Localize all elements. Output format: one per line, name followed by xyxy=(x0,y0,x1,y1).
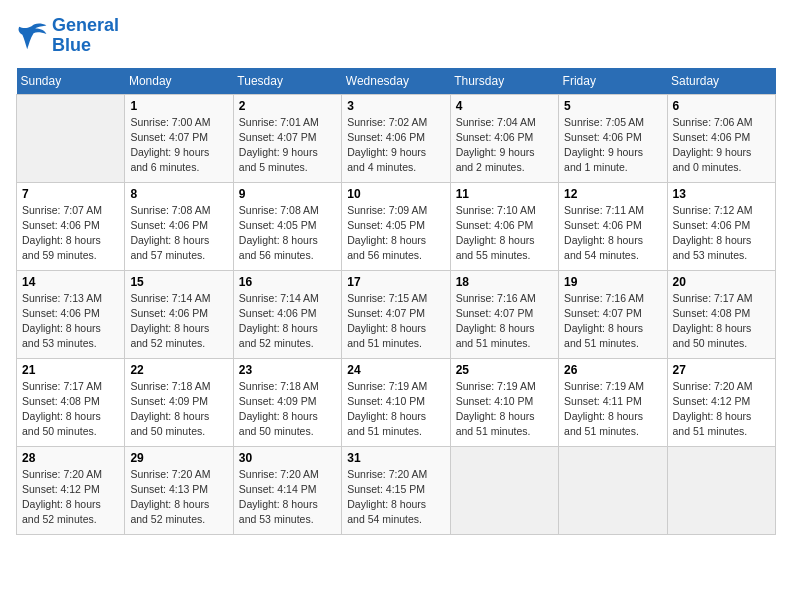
calendar-cell: 26 Sunrise: 7:19 AM Sunset: 4:11 PM Dayl… xyxy=(559,358,667,446)
sunset-label: Sunset: 4:06 PM xyxy=(22,307,100,319)
week-row-5: 28 Sunrise: 7:20 AM Sunset: 4:12 PM Dayl… xyxy=(17,446,776,534)
day-header-sunday: Sunday xyxy=(17,68,125,95)
week-row-3: 14 Sunrise: 7:13 AM Sunset: 4:06 PM Dayl… xyxy=(17,270,776,358)
sunset-label: Sunset: 4:13 PM xyxy=(130,483,208,495)
daylight-label: Daylight: 8 hours and 50 minutes. xyxy=(130,410,209,437)
sunset-label: Sunset: 4:14 PM xyxy=(239,483,317,495)
sunset-label: Sunset: 4:06 PM xyxy=(130,307,208,319)
sunrise-label: Sunrise: 7:06 AM xyxy=(673,116,753,128)
day-info: Sunrise: 7:19 AM Sunset: 4:10 PM Dayligh… xyxy=(456,379,553,440)
sunrise-label: Sunrise: 7:20 AM xyxy=(347,468,427,480)
daylight-label: Daylight: 8 hours and 50 minutes. xyxy=(22,410,101,437)
day-header-saturday: Saturday xyxy=(667,68,775,95)
logo-icon xyxy=(16,22,48,50)
daylight-label: Daylight: 8 hours and 56 minutes. xyxy=(347,234,426,261)
day-info: Sunrise: 7:08 AM Sunset: 4:05 PM Dayligh… xyxy=(239,203,336,264)
day-info: Sunrise: 7:14 AM Sunset: 4:06 PM Dayligh… xyxy=(130,291,227,352)
day-info: Sunrise: 7:18 AM Sunset: 4:09 PM Dayligh… xyxy=(239,379,336,440)
calendar-header-row: SundayMondayTuesdayWednesdayThursdayFrid… xyxy=(17,68,776,95)
sunrise-label: Sunrise: 7:14 AM xyxy=(130,292,210,304)
day-number: 23 xyxy=(239,363,336,377)
calendar-cell: 4 Sunrise: 7:04 AM Sunset: 4:06 PM Dayli… xyxy=(450,94,558,182)
day-number: 30 xyxy=(239,451,336,465)
sunset-label: Sunset: 4:05 PM xyxy=(347,219,425,231)
day-number: 16 xyxy=(239,275,336,289)
calendar-cell: 27 Sunrise: 7:20 AM Sunset: 4:12 PM Dayl… xyxy=(667,358,775,446)
daylight-label: Daylight: 8 hours and 50 minutes. xyxy=(673,322,752,349)
day-number: 21 xyxy=(22,363,119,377)
day-info: Sunrise: 7:09 AM Sunset: 4:05 PM Dayligh… xyxy=(347,203,444,264)
day-number: 29 xyxy=(130,451,227,465)
calendar-cell: 12 Sunrise: 7:11 AM Sunset: 4:06 PM Dayl… xyxy=(559,182,667,270)
calendar-cell: 17 Sunrise: 7:15 AM Sunset: 4:07 PM Dayl… xyxy=(342,270,450,358)
daylight-label: Daylight: 8 hours and 51 minutes. xyxy=(564,410,643,437)
sunrise-label: Sunrise: 7:20 AM xyxy=(22,468,102,480)
sunset-label: Sunset: 4:07 PM xyxy=(347,307,425,319)
calendar-cell: 1 Sunrise: 7:00 AM Sunset: 4:07 PM Dayli… xyxy=(125,94,233,182)
day-info: Sunrise: 7:05 AM Sunset: 4:06 PM Dayligh… xyxy=(564,115,661,176)
sunset-label: Sunset: 4:09 PM xyxy=(239,395,317,407)
sunset-label: Sunset: 4:07 PM xyxy=(564,307,642,319)
day-header-friday: Friday xyxy=(559,68,667,95)
day-info: Sunrise: 7:00 AM Sunset: 4:07 PM Dayligh… xyxy=(130,115,227,176)
day-number: 20 xyxy=(673,275,770,289)
daylight-label: Daylight: 8 hours and 52 minutes. xyxy=(130,498,209,525)
day-header-thursday: Thursday xyxy=(450,68,558,95)
sunset-label: Sunset: 4:10 PM xyxy=(347,395,425,407)
calendar-cell: 2 Sunrise: 7:01 AM Sunset: 4:07 PM Dayli… xyxy=(233,94,341,182)
calendar-table: SundayMondayTuesdayWednesdayThursdayFrid… xyxy=(16,68,776,535)
day-number: 2 xyxy=(239,99,336,113)
sunrise-label: Sunrise: 7:15 AM xyxy=(347,292,427,304)
daylight-label: Daylight: 8 hours and 59 minutes. xyxy=(22,234,101,261)
day-number: 14 xyxy=(22,275,119,289)
sunrise-label: Sunrise: 7:19 AM xyxy=(456,380,536,392)
day-number: 7 xyxy=(22,187,119,201)
calendar-cell: 14 Sunrise: 7:13 AM Sunset: 4:06 PM Dayl… xyxy=(17,270,125,358)
calendar-cell: 31 Sunrise: 7:20 AM Sunset: 4:15 PM Dayl… xyxy=(342,446,450,534)
sunset-label: Sunset: 4:06 PM xyxy=(564,219,642,231)
calendar-cell: 11 Sunrise: 7:10 AM Sunset: 4:06 PM Dayl… xyxy=(450,182,558,270)
week-row-4: 21 Sunrise: 7:17 AM Sunset: 4:08 PM Dayl… xyxy=(17,358,776,446)
sunset-label: Sunset: 4:06 PM xyxy=(456,219,534,231)
sunrise-label: Sunrise: 7:16 AM xyxy=(564,292,644,304)
page-header: General Blue xyxy=(16,16,776,56)
sunset-label: Sunset: 4:12 PM xyxy=(22,483,100,495)
day-info: Sunrise: 7:20 AM Sunset: 4:12 PM Dayligh… xyxy=(22,467,119,528)
calendar-cell: 7 Sunrise: 7:07 AM Sunset: 4:06 PM Dayli… xyxy=(17,182,125,270)
sunset-label: Sunset: 4:12 PM xyxy=(673,395,751,407)
sunset-label: Sunset: 4:09 PM xyxy=(130,395,208,407)
calendar-cell: 19 Sunrise: 7:16 AM Sunset: 4:07 PM Dayl… xyxy=(559,270,667,358)
sunrise-label: Sunrise: 7:05 AM xyxy=(564,116,644,128)
sunset-label: Sunset: 4:11 PM xyxy=(564,395,642,407)
day-info: Sunrise: 7:10 AM Sunset: 4:06 PM Dayligh… xyxy=(456,203,553,264)
sunrise-label: Sunrise: 7:16 AM xyxy=(456,292,536,304)
day-number: 15 xyxy=(130,275,227,289)
sunset-label: Sunset: 4:06 PM xyxy=(130,219,208,231)
day-header-tuesday: Tuesday xyxy=(233,68,341,95)
calendar-cell: 6 Sunrise: 7:06 AM Sunset: 4:06 PM Dayli… xyxy=(667,94,775,182)
daylight-label: Daylight: 9 hours and 6 minutes. xyxy=(130,146,209,173)
calendar-cell xyxy=(450,446,558,534)
day-number: 22 xyxy=(130,363,227,377)
sunset-label: Sunset: 4:08 PM xyxy=(22,395,100,407)
sunrise-label: Sunrise: 7:20 AM xyxy=(130,468,210,480)
sunrise-label: Sunrise: 7:00 AM xyxy=(130,116,210,128)
logo: General Blue xyxy=(16,16,119,56)
day-number: 18 xyxy=(456,275,553,289)
day-number: 4 xyxy=(456,99,553,113)
daylight-label: Daylight: 8 hours and 53 minutes. xyxy=(239,498,318,525)
sunset-label: Sunset: 4:06 PM xyxy=(22,219,100,231)
sunrise-label: Sunrise: 7:14 AM xyxy=(239,292,319,304)
daylight-label: Daylight: 9 hours and 0 minutes. xyxy=(673,146,752,173)
calendar-cell: 16 Sunrise: 7:14 AM Sunset: 4:06 PM Dayl… xyxy=(233,270,341,358)
sunset-label: Sunset: 4:06 PM xyxy=(673,131,751,143)
daylight-label: Daylight: 8 hours and 51 minutes. xyxy=(456,322,535,349)
sunrise-label: Sunrise: 7:08 AM xyxy=(130,204,210,216)
day-number: 12 xyxy=(564,187,661,201)
day-info: Sunrise: 7:19 AM Sunset: 4:10 PM Dayligh… xyxy=(347,379,444,440)
day-number: 5 xyxy=(564,99,661,113)
sunset-label: Sunset: 4:06 PM xyxy=(564,131,642,143)
calendar-cell: 20 Sunrise: 7:17 AM Sunset: 4:08 PM Dayl… xyxy=(667,270,775,358)
sunset-label: Sunset: 4:08 PM xyxy=(673,307,751,319)
daylight-label: Daylight: 8 hours and 56 minutes. xyxy=(239,234,318,261)
